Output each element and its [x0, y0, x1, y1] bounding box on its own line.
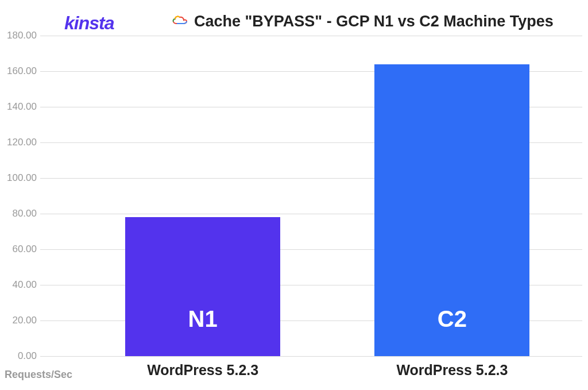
bar-label: N1	[188, 306, 218, 332]
y-tick-label: 160.00	[5, 65, 37, 77]
bars-layer: N1C2	[40, 36, 582, 356]
y-tick-label: 80.00	[5, 208, 37, 219]
plot-area: 0.0020.0040.0060.0080.00100.00120.00140.…	[40, 36, 582, 356]
y-tick-label: 120.00	[5, 137, 37, 148]
y-axis-label: Requests/Sec	[5, 369, 72, 381]
brand-logo: kinsta	[64, 13, 114, 34]
x-category-label: WordPress 5.2.3	[128, 362, 277, 379]
chart-title-text: Cache "BYPASS" - GCP N1 vs C2 Machine Ty…	[194, 13, 554, 30]
y-tick-label: 60.00	[5, 244, 37, 255]
x-category-label: WordPress 5.2.3	[377, 362, 527, 379]
bar-n1: N1	[125, 217, 280, 356]
chart-title: Cache "BYPASS" - GCP N1 vs C2 Machine Ty…	[172, 13, 554, 30]
gcp-cloud-icon	[172, 16, 188, 28]
y-tick-label: 0.00	[5, 350, 37, 362]
y-tick-label: 20.00	[5, 315, 37, 326]
y-tick-label: 180.00	[5, 30, 37, 41]
y-tick-label: 40.00	[5, 279, 37, 291]
gridline	[40, 356, 582, 357]
y-tick-label: 100.00	[5, 172, 37, 184]
bar-c2: C2	[374, 64, 529, 356]
y-tick-label: 140.00	[5, 101, 37, 113]
chart-container: kinsta Cache "BYPASS" - GCP N1 vs C2 Mac…	[0, 0, 588, 390]
bar-label: C2	[438, 306, 467, 332]
